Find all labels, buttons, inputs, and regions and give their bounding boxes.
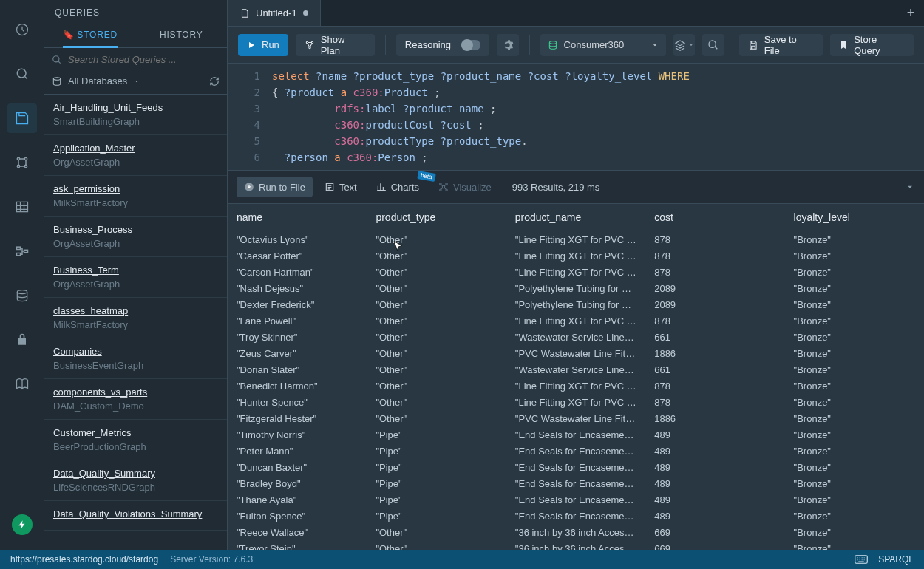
svg-point-1 [17, 69, 26, 78]
settings-button[interactable] [497, 34, 519, 56]
status-indicator-icon[interactable] [12, 514, 33, 535]
play-icon [247, 41, 256, 50]
table-cell: 878 [645, 248, 784, 264]
stored-query-item[interactable]: Business_TermOrgAssetGraph [44, 257, 227, 298]
databases-icon[interactable] [7, 281, 37, 310]
table-cell: "Other" [367, 524, 506, 540]
bookmark-icon [839, 40, 848, 50]
reasoning-toggle[interactable]: Reasoning [396, 34, 489, 56]
svg-point-10 [17, 290, 27, 294]
tab-history[interactable]: HISTORY [136, 22, 228, 47]
table-row[interactable]: "Thane Ayala""Pipe""End Seals for Encase… [228, 491, 924, 508]
query-graph: OrgAssetGraph [53, 157, 218, 168]
table-cell: "Other" [367, 231, 506, 248]
db-filter-select[interactable]: All Databases [52, 75, 140, 86]
search-button[interactable] [702, 34, 724, 56]
stored-query-item[interactable]: Air_Handling_Unit_FeedsSmartBuildingGrap… [44, 95, 227, 135]
table-cell: "Bronze" [785, 280, 924, 296]
table-cell: "End Seals for Encasement ... [506, 426, 645, 443]
security-icon[interactable] [7, 325, 37, 355]
table-cell: "Pipe" [367, 443, 506, 459]
save-to-file-button[interactable]: Save to File [739, 34, 823, 56]
table-cell: "Line Fitting XGT for PVC W... [506, 248, 645, 264]
table-cell: "Octavius Lyons" [228, 231, 367, 248]
table-row[interactable]: "Troy Skinner""Other""Wastewater Service… [228, 329, 924, 345]
stored-query-item[interactable]: components_vs_partsDAM_Custom_Demo [44, 379, 227, 420]
svg-rect-8 [16, 253, 20, 256]
stored-query-item[interactable]: Data_Quality_Violations_Summary [44, 501, 227, 531]
stored-query-item[interactable]: classes_heatmapMilkSmartFactory [44, 298, 227, 338]
column-header[interactable]: product_type [367, 204, 506, 231]
chevron-down-icon [688, 42, 694, 48]
chevron-down-icon[interactable] [905, 182, 915, 192]
table-cell: "Duncan Baxter" [228, 459, 367, 475]
table-row[interactable]: "Octavius Lyons""Other""Line Fitting XGT… [228, 231, 924, 248]
explore-icon[interactable] [7, 59, 37, 89]
workspace-icon[interactable] [7, 103, 37, 133]
file-tab[interactable]: Untitled-1 [228, 0, 321, 26]
store-query-button[interactable]: Store Query [830, 34, 914, 56]
virtual-graphs-icon[interactable] [7, 236, 37, 266]
stored-query-item[interactable]: Application_MasterOrgAssetGraph [44, 135, 227, 176]
run-to-file-button[interactable]: Run to File [237, 177, 313, 197]
sidebar-title: QUERIES [44, 0, 227, 22]
table-row[interactable]: "Peter Mann""Pipe""End Seals for Encasem… [228, 443, 924, 459]
show-plan-button[interactable]: Show Plan [296, 34, 375, 56]
table-row[interactable]: "Benedict Harmon""Other""Line Fitting XG… [228, 378, 924, 394]
column-header[interactable]: cost [645, 204, 784, 231]
models-icon[interactable] [7, 148, 37, 177]
stored-query-item[interactable]: Business_ProcessOrgAssetGraph [44, 217, 227, 257]
table-row[interactable]: "Dexter Frederick""Other""Polyethylene T… [228, 296, 924, 313]
stored-query-item[interactable]: CompaniesBusinessEventGraph [44, 338, 227, 379]
table-row[interactable]: "Fulton Spence""Pipe""End Seals for Enca… [228, 508, 924, 524]
table-row[interactable]: "Bradley Boyd""Pipe""End Seals for Encas… [228, 475, 924, 491]
table-cell: "Other" [367, 394, 506, 410]
table-row[interactable]: "Carson Hartman""Other""Line Fitting XGT… [228, 264, 924, 280]
table-cell: "Pipe" [367, 426, 506, 443]
column-header[interactable]: product_name [506, 204, 645, 231]
table-row[interactable]: "Nash Dejesus""Other""Polyethylene Tubin… [228, 280, 924, 296]
results-toolbar: Run to File Text Charts Visualize 993 Re… [228, 170, 924, 204]
new-tab-button[interactable]: + [897, 5, 924, 21]
table-row[interactable]: "Timothy Norris""Pipe""End Seals for Enc… [228, 426, 924, 443]
stored-query-item[interactable]: Customer_MetricsBeerProductionGraph [44, 420, 227, 460]
text-view-button[interactable]: Text [317, 177, 364, 197]
stored-query-item[interactable]: ask_permissionMilkSmartFactory [44, 176, 227, 217]
stored-query-item[interactable]: Data_Quality_SummaryLifeSciencesRNDGraph [44, 460, 227, 501]
layers-button[interactable] [673, 34, 696, 56]
table-row[interactable]: "Caesar Potter""Other""Line Fitting XGT … [228, 248, 924, 264]
table-cell: "Bronze" [785, 410, 924, 426]
language-mode[interactable]: SPARQL [878, 554, 914, 565]
table-row[interactable]: "Fitzgerald Hester""Other""PVC Wastewate… [228, 410, 924, 426]
refresh-icon[interactable] [209, 76, 220, 86]
dashboard-icon[interactable] [7, 15, 37, 44]
table-cell: "Other" [367, 540, 506, 550]
table-row[interactable]: "Duncan Baxter""Pipe""End Seals for Enca… [228, 459, 924, 475]
table-row[interactable]: "Trevor Stein""Other""36 inch by 36 inch… [228, 540, 924, 550]
table-cell: "Wastewater Service Line E... [506, 329, 645, 345]
column-header[interactable]: loyalty_level [785, 204, 924, 231]
table-row[interactable]: "Reece Wallace""Other""36 inch by 36 inc… [228, 524, 924, 540]
svg-point-22 [446, 183, 447, 185]
table-row[interactable]: "Lane Powell""Other""Line Fitting XGT fo… [228, 313, 924, 329]
search-input[interactable] [68, 54, 220, 65]
table-row[interactable]: "Hunter Spence""Other""Line Fitting XGT … [228, 394, 924, 410]
column-header[interactable]: name [228, 204, 367, 231]
keyboard-icon[interactable] [855, 554, 868, 565]
code-editor[interactable]: 123456 select ?name ?product_type ?produ… [228, 64, 924, 170]
query-name: Business_Term [53, 265, 218, 276]
data-icon[interactable] [7, 192, 37, 222]
table-row[interactable]: "Zeus Carver""Other""PVC Wastewater Line… [228, 345, 924, 361]
table-cell: "Bronze" [785, 345, 924, 361]
table-cell: 878 [645, 313, 784, 329]
run-button[interactable]: Run [238, 34, 288, 56]
database-select[interactable]: Consumer360 [540, 34, 666, 56]
table-cell: "Other" [367, 345, 506, 361]
file-icon [240, 8, 250, 18]
charts-view-button[interactable]: Charts [369, 177, 427, 197]
svg-rect-25 [855, 556, 868, 564]
docs-icon[interactable] [7, 369, 37, 399]
table-row[interactable]: "Dorian Slater""Other""Wastewater Servic… [228, 361, 924, 378]
tab-stored[interactable]: 🔖STORED [44, 22, 136, 47]
table-cell: 2089 [645, 280, 784, 296]
